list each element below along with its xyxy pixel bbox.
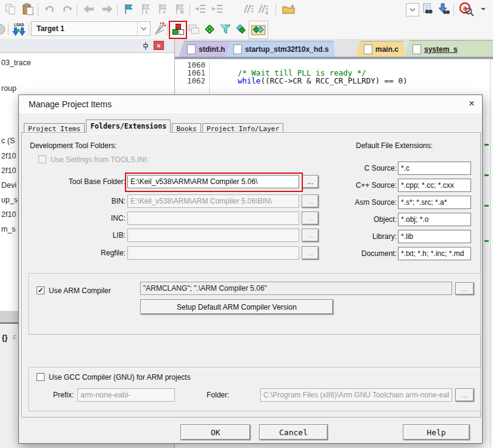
svg-text:LOAD: LOAD [14, 23, 24, 27]
help-button[interactable]: Help [403, 424, 470, 440]
regfile-field[interactable] [127, 246, 299, 260]
functions-tab-icon[interactable]: {} [2, 333, 7, 342]
close-panel-icon[interactable]: × [154, 41, 164, 50]
target-options-wand-icon[interactable] [152, 21, 167, 36]
gcc-folder-browse-button[interactable]: ... [455, 388, 474, 402]
manage-components-icon[interactable] [186, 22, 201, 37]
paste-icon[interactable] [21, 2, 35, 16]
editor-scroll-line [490, 59, 491, 448]
load-icon[interactable]: LOAD [11, 21, 27, 38]
document-field[interactable] [398, 247, 471, 260]
use-gcc-label: Use GCC Compiler (GNU) for ARM projects [49, 373, 191, 382]
tree-item[interactable]: roup [1, 84, 16, 93]
dialog-tabstrip: Project Items Folders/Extensions Books P… [24, 119, 283, 133]
comment-icon[interactable] [241, 2, 256, 16]
cpp-source-field[interactable] [398, 179, 471, 192]
search-scope-select[interactable] [406, 3, 419, 16]
tree-item[interactable]: m_s [1, 225, 16, 233]
editor-tab-label: stdint.h [199, 45, 225, 54]
lib-field[interactable] [127, 229, 299, 242]
c-source-field[interactable] [398, 162, 471, 175]
use-gcc-checkbox[interactable] [37, 373, 44, 381]
editor-tab-system-active[interactable]: system_s [404, 40, 493, 57]
tree-item[interactable]: up_s [1, 196, 18, 204]
editor-tab-main[interactable]: main.c [355, 41, 405, 57]
target-select[interactable]: Target 1 [31, 21, 151, 36]
dialog-close-icon[interactable]: × [469, 98, 475, 110]
find-in-files-icon[interactable] [420, 2, 435, 16]
open-folder-icon[interactable] [282, 2, 296, 16]
asm-source-field[interactable] [398, 196, 471, 209]
help-search-caret-icon[interactable] [479, 5, 488, 13]
insert-bookmark-icon[interactable] [121, 2, 136, 16]
tree-item[interactable]: 2f10 [1, 166, 16, 175]
next-bookmark-icon[interactable] [138, 2, 153, 16]
arm-compiler-group: ✓ Use ARM Compiler ... Setup Default ARM… [29, 273, 481, 335]
object-field[interactable] [398, 213, 471, 226]
arm-compiler-field[interactable] [140, 282, 452, 295]
bin-field[interactable] [127, 194, 299, 208]
object-label: Object: [299, 215, 397, 224]
redo-icon[interactable] [61, 2, 76, 16]
navigate-forward-icon[interactable] [100, 2, 115, 16]
indent-icon[interactable] [210, 2, 225, 16]
gcc-folder-label: Folder: [207, 391, 229, 399]
use-arm-compiler-label: Use ARM Compiler [49, 286, 111, 295]
tree-item[interactable]: 2f10 [1, 152, 16, 160]
ok-button[interactable]: OK [180, 424, 250, 440]
tool-base-folder-field[interactable] [127, 175, 299, 188]
functions-tab-label[interactable]: F [13, 334, 17, 341]
toolbar-separator [275, 4, 276, 16]
help-search-icon[interactable]: a [458, 1, 475, 17]
manage-project-items-dialog: Manage Project Items × Project Items Fol… [18, 94, 483, 444]
uncomment-icon[interactable] [256, 2, 271, 16]
cpp-source-label: C++ Source: [299, 181, 397, 190]
tree-item[interactable]: Devi [1, 181, 16, 190]
setup-default-arm-compiler-button[interactable]: Setup Default ARM Compiler Version [140, 299, 333, 315]
dialog-titlebar[interactable]: Manage Project Items × [19, 95, 482, 113]
incremental-find-icon[interactable] [436, 2, 451, 16]
gcc-folder-field[interactable] [260, 388, 452, 402]
cancel-button[interactable]: Cancel [259, 424, 328, 440]
code-mark [484, 174, 489, 176]
document-icon [187, 44, 196, 54]
document-icon [364, 44, 372, 54]
regfile-label: Regfile: [31, 249, 126, 257]
use-arm-compiler-checkbox[interactable]: ✓ [37, 286, 44, 294]
manage-run-time-environment-icon[interactable] [249, 21, 268, 39]
toolbar-separator [117, 4, 118, 16]
inc-field[interactable] [127, 212, 299, 225]
previous-bookmark-icon[interactable] [155, 2, 170, 16]
unindent-icon[interactable] [193, 2, 208, 16]
library-field[interactable] [398, 230, 471, 243]
select-software-packs-icon[interactable] [202, 22, 217, 37]
keil-uvision-window: a LOAD Target 1 [0, 0, 493, 448]
target-select-value: Target 1 [37, 24, 65, 33]
gcc-prefix-field[interactable] [77, 388, 175, 402]
copy-icon[interactable] [4, 2, 18, 16]
target-select-caret-icon[interactable] [137, 22, 150, 35]
tree-item[interactable]: 2f10 [1, 210, 16, 219]
tree-item[interactable]: 03_trace [1, 59, 31, 67]
editor-tab-label: startup_stm32f10x_hd.s [245, 45, 328, 54]
code-mark [484, 240, 489, 242]
tree-item[interactable]: c (S [1, 137, 15, 145]
manage-project-items-icon[interactable] [171, 22, 185, 37]
pack-installer-icon[interactable] [218, 22, 233, 37]
arm-compiler-browse-button[interactable]: ... [455, 282, 474, 295]
document-label: Document: [299, 249, 397, 258]
editor-tab-stdint[interactable]: stdint.h [179, 41, 231, 57]
clear-bookmarks-icon[interactable] [172, 2, 187, 16]
tab-folders-extensions[interactable]: Folders/Extensions [86, 119, 171, 133]
undo-icon[interactable] [43, 2, 57, 16]
main-toolbar: a [0, 0, 493, 20]
code-text: ((RCC->CR & RCC_CR_PLLRDY) == 0) [261, 76, 408, 85]
inc-label: INC: [31, 214, 126, 222]
pin-icon[interactable] [141, 41, 150, 52]
bin-label: BIN: [31, 197, 126, 205]
editor-tab-startup[interactable]: startup_stm32f10x_hd.s [225, 41, 335, 57]
navigate-back-icon[interactable] [82, 2, 96, 16]
pack-diamond-icon[interactable] [234, 22, 249, 37]
tools-ini-checkbox[interactable] [38, 155, 46, 163]
code-mark [484, 205, 489, 207]
